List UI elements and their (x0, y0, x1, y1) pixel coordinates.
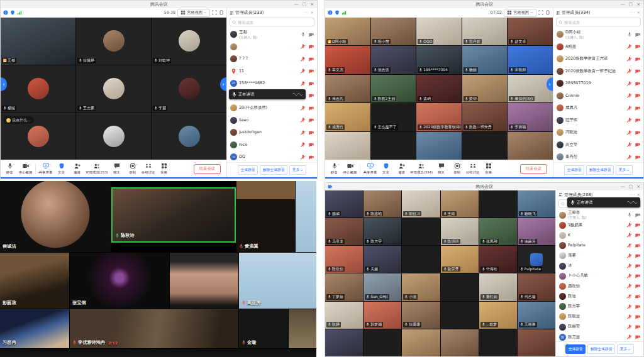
camera-off-icon[interactable] (309, 118, 314, 123)
video-tile[interactable]: 李朋 (152, 65, 226, 113)
member-row[interactable]: OOO (227, 151, 317, 162)
video-tile[interactable] (152, 113, 226, 160)
device-icon[interactable] (545, 10, 550, 15)
search-input[interactable] (238, 20, 312, 25)
camera-off-icon[interactable] (635, 44, 640, 49)
camera-off-icon[interactable] (635, 212, 640, 217)
member-row[interactable]: 陈丽莹 (556, 322, 643, 332)
mic-off-icon[interactable] (627, 155, 632, 160)
video-tile[interactable]: 杨晓飞 (518, 190, 555, 217)
camera-off-icon[interactable] (635, 334, 640, 339)
caret-icon[interactable]: ^ (28, 163, 31, 167)
video-tile[interactable]: 怎么瘦不了 (371, 103, 416, 131)
camera-off-icon[interactable] (309, 32, 314, 37)
mic-off-icon[interactable] (627, 314, 632, 319)
mic-off-icon[interactable] (627, 283, 632, 288)
member-row[interactable]: 42158****9882 (227, 77, 317, 90)
caret-icon[interactable]: ^ (48, 163, 51, 167)
mic-off-icon[interactable] (627, 57, 632, 62)
video-tile[interactable]: 赵文卓 (508, 18, 553, 45)
mic-off-icon[interactable] (301, 69, 306, 74)
video-tile[interactable]: 王都 (1, 18, 75, 65)
video-tile[interactable]: 华海松 (479, 246, 517, 273)
toolbar-item-invite[interactable]: 邀请 (70, 163, 84, 175)
camera-off-icon[interactable] (309, 155, 314, 160)
member-row[interactable]: 陈晓波 (556, 312, 643, 322)
toolbar-item-shield[interactable]: 安全 (379, 163, 393, 175)
minimize-button[interactable]: — (294, 1, 299, 8)
mic-off-icon[interactable] (627, 106, 632, 111)
member-row[interactable]: D阿小姐(主持人, 我) (553, 28, 643, 41)
member-row[interactable]: 陈陈万波 (556, 332, 643, 341)
panel-more-button[interactable]: ··· (630, 10, 635, 15)
toolbar-item-share[interactable]: ^共享屏幕 (363, 163, 377, 175)
camera-off-icon[interactable] (635, 106, 640, 111)
caret-icon[interactable]: ^ (353, 163, 355, 167)
mic-off-icon[interactable] (627, 304, 632, 309)
mic-off-icon[interactable] (301, 118, 306, 123)
video-tile[interactable]: 王志鹏 (76, 65, 151, 113)
more-button[interactable]: 更多 (616, 165, 633, 175)
caret-icon[interactable]: ^ (460, 163, 462, 167)
camera-off-icon[interactable] (309, 106, 314, 111)
mic-off-icon[interactable] (301, 57, 306, 62)
mute-all-button[interactable]: 全体静音 (238, 165, 258, 175)
video-tile[interactable]: 油麻芳 (518, 218, 555, 245)
maximize-button[interactable]: □ (629, 183, 633, 190)
video-tile[interactable]: 耿婷 (325, 302, 363, 329)
meeting-info-icon[interactable]: i (3, 10, 8, 15)
video-tile[interactable]: 李姝颖 (508, 103, 553, 131)
camera-off-icon[interactable] (635, 253, 640, 258)
mic-off-icon[interactable] (301, 44, 306, 49)
video-tile[interactable]: 陈方宇 (364, 218, 401, 245)
video-tile[interactable]: 郭梦颖 (364, 302, 401, 329)
mic-off-icon[interactable] (627, 222, 632, 228)
member-row[interactable]: 冯晓迪 (553, 126, 643, 139)
member-row[interactable]: 董丹彤 (553, 151, 643, 162)
member-row[interactable]: 冰 (556, 261, 643, 271)
video-tile[interactable]: 数教2王丽 (371, 75, 416, 102)
toolbar-item-people[interactable]: 管理成员(233) (86, 163, 108, 175)
camera-off-icon[interactable] (309, 44, 314, 49)
chat-input-hint[interactable]: 说点什么... (3, 116, 34, 124)
member-search[interactable] (230, 18, 314, 26)
video-tile[interactable]: 杨猛 (1, 65, 75, 113)
mic-off-icon[interactable] (627, 93, 632, 98)
video-tile[interactable]: D阿小姐 (325, 18, 370, 45)
video-tile[interactable]: 魏威 (325, 190, 363, 217)
panel-more-button[interactable]: ··· (630, 192, 635, 197)
video-tile[interactable]: 新荣开 (441, 246, 479, 273)
video-tile[interactable] (518, 329, 555, 356)
mic-off-icon[interactable] (627, 233, 632, 238)
member-row[interactable]: 愿欣怡 (556, 281, 643, 291)
fullscreen-icon[interactable] (212, 10, 217, 15)
camera-off-icon[interactable] (635, 263, 640, 268)
video-tile[interactable]: 宋晓林 (508, 46, 553, 74)
meeting-info-icon[interactable]: i (328, 10, 333, 15)
video-tile[interactable]: 说点什么... (1, 113, 75, 160)
video-tile[interactable] (325, 329, 363, 356)
view-mode-button[interactable]: 宫格视图 (177, 9, 210, 17)
camera-off-icon[interactable] (309, 81, 314, 86)
camera-off-icon[interactable] (309, 142, 314, 147)
maximize-button[interactable]: □ (629, 1, 633, 8)
toolbar-item-mic[interactable]: ^静音 (3, 163, 17, 175)
video-tile[interactable] (325, 132, 370, 160)
member-row[interactable]: Palpitate (556, 241, 643, 251)
camera-off-icon[interactable] (309, 69, 314, 74)
video-tile[interactable]: 刘乾坤 (152, 18, 226, 65)
end-meeting-button[interactable]: 结束会议 (194, 164, 221, 174)
toolbar-item-apps[interactable]: 应用 (481, 163, 496, 175)
camera-off-icon[interactable] (635, 32, 640, 37)
member-row[interactable]: 王都(主持人, 我) (227, 28, 317, 41)
toolbar-item-record[interactable]: ^录制 (450, 163, 464, 175)
camera-off-icon[interactable] (635, 69, 640, 74)
camera-off-icon[interactable] (309, 93, 314, 98)
mic-off-icon[interactable] (627, 294, 632, 299)
camera-off-icon[interactable] (635, 93, 640, 98)
toolbar-item-mic[interactable]: ^静音 (327, 163, 341, 175)
camera-off-icon[interactable] (635, 155, 640, 160)
mic-off-icon[interactable] (627, 44, 632, 49)
video-tile[interactable]: 相小苗 (371, 18, 416, 45)
camera-off-icon[interactable] (635, 81, 640, 86)
